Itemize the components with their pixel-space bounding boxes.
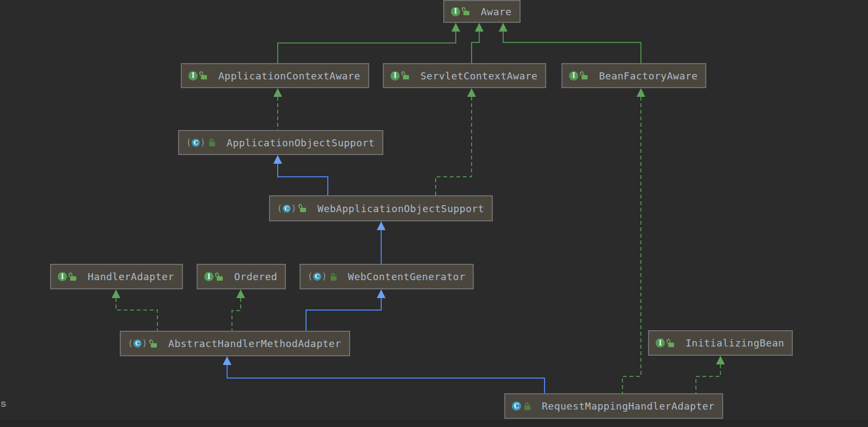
- interface-icon: I: [451, 7, 460, 16]
- arrowhead-abstract-handler-method-adapter-to-ordered: [236, 289, 245, 298]
- arrowhead-request-mapping-handler-adapter-to-bean-factory-aware: [637, 88, 645, 97]
- class-node-web-application-object-support[interactable]: (C)WebApplicationObjectSupport: [269, 195, 493, 221]
- class-name-label: AbstractHandlerMethodAdapter: [168, 338, 341, 349]
- uml-diagram-canvas[interactable]: IAwareIApplicationContextAwareIServletCo…: [0, 0, 868, 427]
- class-name-label: WebContentGenerator: [348, 271, 465, 282]
- class-name-label: ServletContextAware: [420, 70, 537, 82]
- class-name-label: Aware: [481, 6, 512, 17]
- interface-icon: I: [390, 71, 400, 81]
- class-name-label: ApplicationObjectSupport: [227, 137, 375, 148]
- arrowhead-bean-factory-aware-to-aware: [499, 23, 508, 32]
- arrowhead-request-mapping-handler-adapter-to-initializing-bean: [716, 356, 725, 364]
- class-node-application-context-aware[interactable]: IApplicationContextAware: [181, 63, 369, 88]
- arrowhead-abstract-handler-method-adapter-to-web-content-generator: [377, 289, 386, 298]
- lock-open-icon: [201, 72, 207, 79]
- arrowhead-abstract-handler-method-adapter-to-handler-adapter: [112, 289, 120, 298]
- abstract-paren-left: (: [307, 273, 313, 281]
- abstract-class-icon: C: [283, 205, 291, 213]
- interface-icon-group: I: [204, 272, 213, 281]
- lock-closed-icon: [331, 273, 337, 281]
- class-node-bean-factory-aware[interactable]: IBeanFactoryAware: [561, 63, 706, 88]
- class-node-web-content-generator[interactable]: (C)WebContentGenerator: [299, 264, 474, 289]
- class-node-aware[interactable]: IAware: [443, 0, 521, 23]
- lock-open-icon: [582, 72, 588, 79]
- abstract-paren-left: (: [277, 205, 283, 213]
- class-icon: C: [512, 401, 521, 411]
- class-icon-group: C: [512, 401, 521, 411]
- interface-icon: I: [569, 71, 578, 81]
- arrowhead-web-content-generator-to-web-application-object-support: [377, 221, 386, 230]
- class-node-ordered[interactable]: IOrdered: [197, 264, 286, 289]
- abstract-paren-left: (: [127, 339, 133, 348]
- interface-icon: I: [188, 71, 198, 81]
- edge-implements-request-mapping-handler-adapter-to-bean-factory-aware: [622, 97, 641, 393]
- abstract-class-icon-group: (C): [307, 273, 327, 281]
- lock-open-icon: [217, 273, 223, 281]
- class-name-label: BeanFactoryAware: [599, 70, 698, 82]
- edge-extends-bean-factory-aware-to-aware: [503, 32, 641, 63]
- lock-closed-icon: [209, 139, 216, 146]
- arrowhead-application-object-support-to-application-context-aware: [273, 88, 282, 97]
- edge-implements-request-mapping-handler-adapter-to-initializing-bean: [696, 364, 720, 393]
- edge-implements-web-application-object-support-to-servlet-context-aware: [436, 97, 472, 195]
- lock-closed-icon: [524, 403, 531, 410]
- arrowhead-web-application-object-support-to-servlet-context-aware: [467, 88, 476, 97]
- abstract-paren-right: ): [321, 273, 327, 281]
- edge-extends-request-mapping-handler-adapter-to-abstract-handler-method-adapter: [227, 365, 545, 393]
- abstract-paren-right: ): [291, 205, 297, 213]
- abstract-paren-right: ): [142, 339, 148, 348]
- class-name-label: WebApplicationObjectSupport: [317, 203, 484, 214]
- class-name-label: RequestMappingHandlerAdapter: [542, 400, 714, 412]
- lock-open-icon: [463, 8, 470, 15]
- lock-open-icon: [403, 72, 409, 79]
- interface-icon: I: [656, 338, 665, 348]
- abstract-paren-left: (: [186, 139, 192, 147]
- interface-icon-group: I: [390, 71, 400, 81]
- edge-extends-web-application-object-support-to-application-object-support: [278, 164, 328, 195]
- abstract-paren-right: ): [200, 139, 206, 147]
- edge-implements-abstract-handler-method-adapter-to-handler-adapter: [116, 298, 157, 331]
- class-node-application-object-support[interactable]: (C)ApplicationObjectSupport: [178, 130, 383, 155]
- lock-open-icon: [70, 273, 77, 281]
- interface-icon: I: [204, 272, 213, 281]
- abstract-class-icon: C: [313, 273, 321, 281]
- interface-icon-group: I: [451, 7, 460, 16]
- class-node-abstract-handler-method-adapter[interactable]: (C)AbstractHandlerMethodAdapter: [120, 331, 350, 356]
- class-name-label: HandlerAdapter: [88, 271, 174, 282]
- edge-implements-abstract-handler-method-adapter-to-ordered: [232, 298, 241, 331]
- class-name-label: InitializingBean: [686, 337, 784, 349]
- edge-extends-abstract-handler-method-adapter-to-web-content-generator: [306, 298, 381, 331]
- class-name-label: ApplicationContextAware: [218, 70, 360, 82]
- interface-icon-group: I: [188, 71, 198, 81]
- arrowhead-servlet-context-aware-to-aware: [475, 23, 484, 32]
- lock-open-icon: [151, 340, 157, 348]
- interface-icon: I: [58, 272, 67, 281]
- class-node-servlet-context-aware[interactable]: IServletContextAware: [383, 63, 546, 88]
- interface-icon-group: I: [656, 338, 665, 348]
- edge-extends-application-context-aware-to-aware: [278, 32, 456, 63]
- abstract-class-icon: C: [133, 339, 142, 348]
- interface-icon-group: I: [569, 71, 578, 81]
- lock-open-icon: [668, 339, 675, 347]
- clipped-tool-window-label: s: [1, 398, 7, 410]
- window-bottom-edge: [0, 420, 868, 427]
- lock-open-icon: [300, 205, 307, 212]
- abstract-class-icon-group: (C): [186, 139, 206, 147]
- abstract-class-icon-group: (C): [127, 339, 148, 348]
- arrowhead-application-context-aware-to-aware: [451, 23, 460, 32]
- interface-icon-group: I: [58, 272, 67, 281]
- edge-extends-servlet-context-aware-to-aware: [472, 32, 479, 63]
- class-node-request-mapping-handler-adapter[interactable]: CRequestMappingHandlerAdapter: [504, 393, 723, 419]
- arrowhead-web-application-object-support-to-application-object-support: [273, 155, 282, 164]
- arrowhead-request-mapping-handler-adapter-to-abstract-handler-method-adapter: [223, 356, 231, 365]
- abstract-class-icon-group: (C): [277, 205, 297, 213]
- class-node-initializing-bean[interactable]: IInitializingBean: [648, 330, 793, 356]
- abstract-class-icon: C: [192, 139, 200, 147]
- class-node-handler-adapter[interactable]: IHandlerAdapter: [50, 264, 183, 289]
- class-name-label: Ordered: [234, 271, 277, 282]
